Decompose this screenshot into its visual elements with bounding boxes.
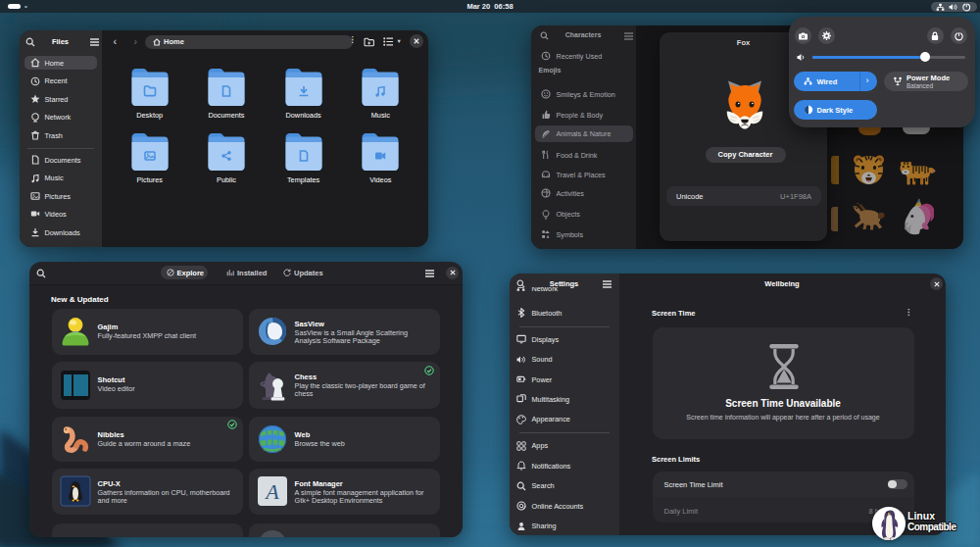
svg-text:A: A <box>264 479 279 504</box>
